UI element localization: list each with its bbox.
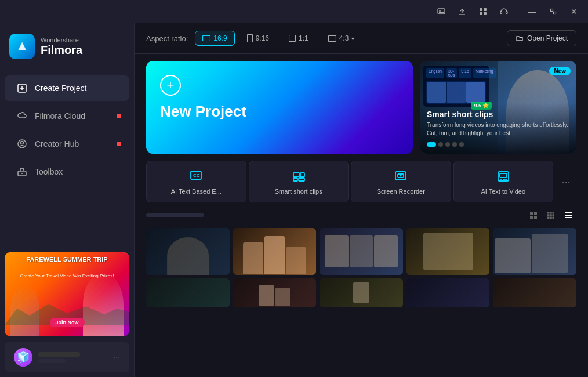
creator-hub-badge — [117, 142, 121, 146]
new-project-card[interactable]: + New Project — [146, 61, 413, 154]
sidebar-item-create-project[interactable]: Create Project — [5, 75, 129, 101]
sidebar-ad-button[interactable]: Join Now — [50, 318, 85, 327]
sidebar-nav: Create Project Filmora Cloud — [0, 70, 134, 248]
ai-text-based-button[interactable]: CC AI Text Based E... — [146, 161, 246, 202]
svg-rect-3 — [480, 8, 482, 11]
featured-pagination-dots — [427, 142, 569, 147]
sidebar-ad-title: FAREWELL SUMMER TRIP — [8, 256, 126, 263]
smart-short-clips-button[interactable]: Smart short clips — [249, 161, 349, 202]
sidebar-user-item[interactable]: 🧊 ··· — [5, 342, 129, 372]
thumbnails-row-2 — [146, 278, 576, 307]
sidebar-item-toolbox[interactable]: Toolbox — [5, 159, 129, 184]
new-project-title: New Project — [160, 103, 399, 121]
svg-point-15 — [21, 142, 24, 144]
more-actions-button[interactable]: ··· — [556, 161, 576, 202]
aspect-9-16-label: 9:16 — [256, 34, 269, 42]
logo-name: Filmora — [41, 44, 82, 57]
dot-3 — [452, 142, 457, 147]
thumbnails-row-1 — [146, 228, 576, 275]
svg-rect-19 — [247, 35, 252, 42]
view-controls — [525, 207, 576, 223]
featured-card[interactable]: English 30-60s 9:16 Marketing 9.5 ⭐ — [420, 61, 576, 154]
smart-short-clips-icon — [291, 168, 307, 184]
aspect-9-16-button[interactable]: 9:16 — [239, 31, 277, 46]
grid-large-view-button[interactable] — [525, 207, 542, 223]
aspect-1-1-icon — [289, 35, 296, 42]
featured-info: Smart short clips Transform long videos … — [420, 103, 576, 154]
featured-title: Smart short clips — [427, 110, 569, 119]
thumbnail-10[interactable] — [493, 278, 576, 307]
svg-rect-45 — [547, 217, 550, 219]
smart-short-clips-label: Smart short clips — [275, 188, 322, 195]
thumbnail-9[interactable] — [406, 278, 490, 307]
minimize-icon[interactable]: — — [523, 2, 542, 21]
subtitle-icon[interactable] — [432, 2, 451, 21]
thumbnail-5[interactable] — [493, 228, 576, 275]
titlebar: — ✕ — [0, 0, 588, 23]
svg-rect-7 — [500, 12, 502, 14]
grid-icon[interactable] — [474, 2, 492, 21]
svg-rect-24 — [293, 173, 299, 177]
thumbnail-1[interactable] — [146, 228, 230, 275]
screen-recorder-icon — [393, 168, 409, 184]
user-more-icon[interactable]: ··· — [113, 353, 120, 362]
open-project-button[interactable]: Open Project — [507, 30, 576, 46]
open-project-label: Open Project — [527, 34, 568, 42]
ai-text-to-video-label: AI Text to Video — [481, 188, 525, 195]
aspect-4-3-button[interactable]: 4:3 ▾ — [321, 31, 362, 46]
sidebar-item-filmora-cloud[interactable]: Filmora Cloud — [5, 103, 129, 129]
thumbnail-4[interactable] — [406, 228, 490, 275]
dot-4 — [459, 142, 464, 147]
aspect-9-16-icon — [247, 34, 253, 42]
svg-rect-46 — [550, 217, 552, 219]
svg-rect-27 — [299, 178, 304, 181]
svg-rect-10 — [554, 12, 556, 14]
svg-rect-42 — [547, 214, 550, 216]
titlebar-divider — [518, 6, 518, 17]
svg-rect-8 — [506, 12, 508, 14]
svg-rect-37 — [530, 216, 533, 219]
svg-rect-6 — [484, 12, 487, 15]
grid-medium-view-button[interactable] — [543, 207, 559, 223]
thumbnail-7[interactable] — [233, 278, 317, 307]
thumbnail-3[interactable] — [320, 228, 403, 275]
ai-text-to-video-button[interactable]: AI Text to Video — [453, 161, 554, 202]
svg-rect-49 — [565, 215, 572, 216]
sidebar-ad-banner[interactable]: FAREWELL SUMMER TRIP Create Your Travel … — [5, 252, 129, 336]
svg-rect-5 — [480, 12, 482, 15]
svg-rect-21 — [328, 35, 336, 41]
svg-rect-41 — [553, 212, 555, 214]
thumbnail-8[interactable] — [320, 278, 403, 307]
maximize-icon[interactable] — [544, 2, 562, 21]
headset-icon[interactable] — [495, 2, 513, 21]
logo-brand: Wondershare — [41, 37, 82, 44]
svg-rect-39 — [547, 212, 550, 214]
svg-rect-38 — [534, 216, 537, 219]
aspect-more-chevron: ▾ — [351, 35, 354, 42]
aspect-4-3-icon — [328, 35, 336, 42]
svg-rect-26 — [293, 178, 297, 181]
create-project-icon — [16, 82, 28, 94]
featured-description: Transform long videos into engaging shor… — [427, 121, 569, 137]
list-view-button[interactable] — [560, 207, 576, 223]
ai-text-based-icon: CC — [188, 168, 204, 184]
recent-header — [146, 207, 576, 223]
app-body: Wondershare Filmora Create Project — [0, 23, 588, 377]
upload-icon[interactable] — [453, 2, 471, 21]
aspect-16-9-button[interactable]: 16:9 — [195, 31, 234, 46]
screen-recorder-label: Screen Recorder — [377, 188, 425, 195]
sidebar-item-creator-hub[interactable]: Creator Hub — [5, 131, 129, 157]
filmora-cloud-badge — [117, 114, 121, 118]
create-project-label: Create Project — [35, 84, 86, 93]
svg-rect-18 — [203, 36, 210, 41]
thumbnail-6[interactable] — [146, 278, 230, 307]
svg-rect-4 — [484, 8, 487, 11]
user-avatar: 🧊 — [14, 348, 32, 367]
svg-rect-43 — [550, 214, 552, 216]
svg-rect-48 — [565, 212, 572, 213]
thumbnail-2[interactable] — [233, 228, 317, 275]
close-icon[interactable]: ✕ — [565, 2, 583, 21]
svg-rect-32 — [500, 173, 507, 177]
aspect-1-1-button[interactable]: 1:1 — [281, 31, 316, 46]
screen-recorder-button[interactable]: Screen Recorder — [351, 161, 451, 202]
